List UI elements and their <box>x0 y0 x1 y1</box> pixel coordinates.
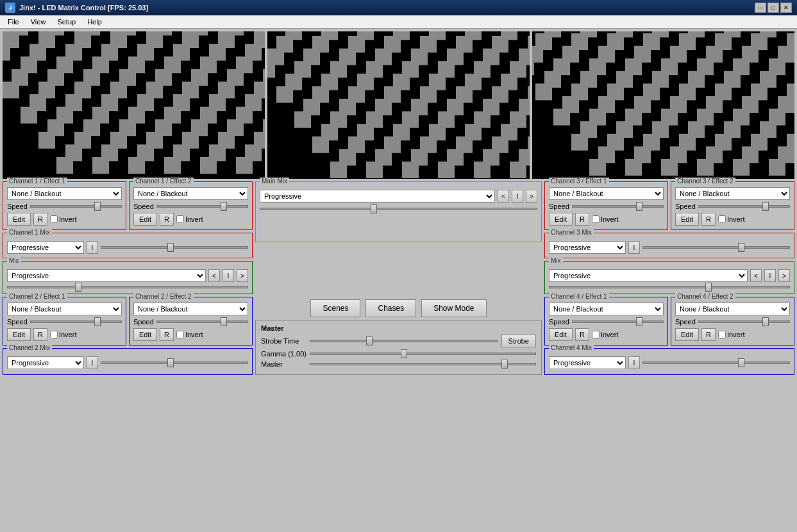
ch3-effect1-invert-check[interactable] <box>592 215 600 223</box>
right-mix-next-btn[interactable]: > <box>778 269 790 282</box>
ch2-mix-stop-btn[interactable]: I <box>87 356 98 369</box>
strobe-time-thumb[interactable] <box>366 337 373 345</box>
right-mix-select[interactable]: Progressive <box>549 269 748 282</box>
ch4-mix-slider-thumb[interactable] <box>738 358 744 367</box>
ch3-effect1-select[interactable]: None / Blackout <box>549 187 664 200</box>
ch4-effect2-r-btn[interactable]: R <box>701 328 716 341</box>
ch2-effect2-r-btn[interactable]: R <box>160 328 174 341</box>
ch3-effect2-r-btn[interactable]: R <box>701 213 716 226</box>
menu-view[interactable]: View <box>26 17 51 27</box>
ch2-effect2-speed-track[interactable] <box>156 320 248 323</box>
ch2-effect1-speed-thumb[interactable] <box>94 317 101 326</box>
ch1-effect2-speed-thumb[interactable] <box>221 202 227 211</box>
master-level-thumb[interactable] <box>501 360 508 369</box>
ch1-effect1-edit-btn[interactable]: Edit <box>7 213 31 226</box>
ch4-effect2-edit-btn[interactable]: Edit <box>675 328 699 341</box>
ch3-effect2-speed-thumb[interactable] <box>762 202 769 211</box>
ch1-mix-slider-track[interactable] <box>101 246 248 249</box>
ch3-mix-stop-btn[interactable]: I <box>628 241 640 254</box>
main-mix-select[interactable]: Progressive <box>260 190 495 203</box>
ch4-mix-slider-track[interactable] <box>642 362 790 364</box>
left-mix-main-thumb[interactable] <box>75 283 81 292</box>
ch4-effect1-edit-btn[interactable]: Edit <box>549 328 573 341</box>
ch4-mix-stop-btn[interactable]: I <box>628 356 640 369</box>
ch3-effect1-edit-btn[interactable]: Edit <box>549 213 573 226</box>
ch2-mix-slider-track[interactable] <box>101 362 248 364</box>
ch4-effect2-speed-track[interactable] <box>698 320 790 323</box>
ch2-effect2-edit-btn[interactable]: Edit <box>133 328 157 341</box>
main-mix-slider-track[interactable] <box>260 208 537 210</box>
ch3-mix-select[interactable]: Progressive <box>549 241 626 254</box>
left-mix-select[interactable]: Progressive <box>7 269 206 282</box>
left-mix-prev-btn[interactable]: < <box>208 269 220 282</box>
master-level-track[interactable] <box>310 363 536 365</box>
ch4-effect2-select[interactable]: None / Blackout <box>675 303 790 315</box>
ch2-effect1-speed-track[interactable] <box>30 320 122 323</box>
ch2-effect2-speed-thumb[interactable] <box>221 317 227 326</box>
ch4-effect2-invert-check[interactable] <box>718 331 726 338</box>
ch4-effect2-speed-thumb[interactable] <box>762 317 769 326</box>
ch3-effect1-speed-track[interactable] <box>572 205 664 208</box>
ch4-effect1-select[interactable]: None / Blackout <box>549 303 664 315</box>
ch2-mix-select[interactable]: Progressive <box>7 356 84 369</box>
gamma-track[interactable] <box>310 353 536 355</box>
ch1-effect2-r-btn[interactable]: R <box>160 213 174 226</box>
ch2-effect2-invert-check[interactable] <box>176 331 184 338</box>
left-mix-stop-btn[interactable]: I <box>222 269 234 282</box>
ch4-effect1-invert-check[interactable] <box>592 331 600 338</box>
strobe-btn[interactable]: Strobe <box>501 335 536 347</box>
close-button[interactable]: ✕ <box>780 3 792 13</box>
ch3-effect2-edit-btn[interactable]: Edit <box>675 213 699 226</box>
right-mix-main-track[interactable] <box>549 286 790 288</box>
ch3-mix-slider-thumb[interactable] <box>738 243 744 252</box>
right-mix-main-thumb[interactable] <box>705 283 712 292</box>
ch1-mix-stop-btn[interactable]: I <box>87 241 98 254</box>
ch3-effect1-speed-thumb[interactable] <box>636 202 642 211</box>
right-mix-stop-btn[interactable]: I <box>764 269 776 282</box>
menu-file[interactable]: File <box>3 17 24 27</box>
left-mix-main-track[interactable] <box>7 286 248 288</box>
ch1-mix-slider-thumb[interactable] <box>167 243 174 252</box>
ch2-effect1-select[interactable]: None / Blackout <box>7 303 122 315</box>
main-mix-prev-btn[interactable]: < <box>498 190 509 203</box>
chases-btn[interactable]: Chases <box>365 299 416 317</box>
ch4-effect1-speed-track[interactable] <box>572 320 664 323</box>
ch4-effect1-r-btn[interactable]: R <box>575 328 589 341</box>
right-mix-prev-btn[interactable]: < <box>750 269 762 282</box>
ch2-effect1-r-btn[interactable]: R <box>33 328 47 341</box>
ch2-effect2-select[interactable]: None / Blackout <box>133 303 248 315</box>
ch2-mix-slider-thumb[interactable] <box>167 358 174 367</box>
ch3-effect2-speed-track[interactable] <box>698 205 790 208</box>
ch3-effect1-r-btn[interactable]: R <box>575 213 589 226</box>
show-mode-btn[interactable]: Show Mode <box>421 299 486 317</box>
ch3-mix-slider-track[interactable] <box>642 246 790 249</box>
ch2-effect1-invert-check[interactable] <box>50 331 58 338</box>
ch1-effect2-select[interactable]: None / Blackout <box>133 187 248 200</box>
ch3-effect2-select[interactable]: None / Blackout <box>675 187 790 200</box>
gamma-thumb[interactable] <box>401 349 407 358</box>
menu-setup[interactable]: Setup <box>52 17 81 27</box>
master-level-label: Master <box>261 360 306 368</box>
main-mix-slider-thumb[interactable] <box>371 204 377 213</box>
ch2-effect1-edit-btn[interactable]: Edit <box>7 328 31 341</box>
ch1-effect2-edit-btn[interactable]: Edit <box>133 213 157 226</box>
ch1-effect2-speed-track[interactable] <box>156 205 248 208</box>
maximize-button[interactable]: □ <box>768 3 779 13</box>
strobe-time-track[interactable] <box>310 340 498 342</box>
ch1-mix-select[interactable]: Progressive <box>7 241 84 254</box>
ch4-mix-select[interactable]: Progressive <box>549 356 626 369</box>
ch1-effect1-speed-track[interactable] <box>30 205 122 208</box>
ch1-effect2-invert-check[interactable] <box>176 215 184 223</box>
ch1-effect1-speed-thumb[interactable] <box>94 202 101 211</box>
menu-help[interactable]: Help <box>82 17 107 27</box>
main-mix-stop-btn[interactable]: I <box>512 190 523 203</box>
ch1-effect1-invert-check[interactable] <box>50 215 58 223</box>
minimize-button[interactable]: — <box>755 3 766 13</box>
scenes-btn[interactable]: Scenes <box>310 299 360 317</box>
ch4-effect1-speed-thumb[interactable] <box>636 317 642 326</box>
main-mix-next-btn[interactable]: > <box>526 190 537 203</box>
ch1-effect1-r-btn[interactable]: R <box>33 213 47 226</box>
ch1-effect1-select[interactable]: None / Blackout <box>7 187 122 200</box>
left-mix-next-btn[interactable]: > <box>237 269 248 282</box>
ch3-effect2-invert-check[interactable] <box>718 215 726 223</box>
